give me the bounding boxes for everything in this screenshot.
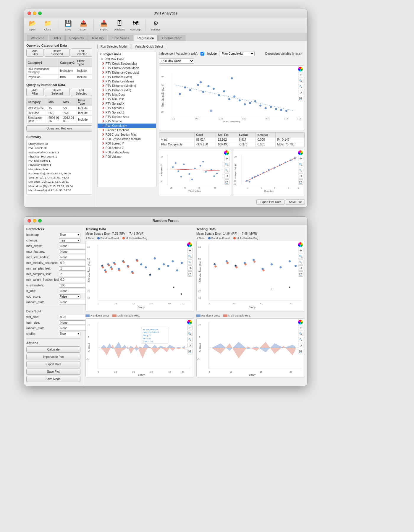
tree-item[interactable]: X PTV Min Dose — [98, 97, 156, 101]
train-res-crosshair-icon[interactable]: ✛ — [187, 325, 193, 330]
fitted-zoom-icon[interactable]: 🔍 — [224, 162, 229, 167]
num-delete-btn[interactable]: Delete Selected — [45, 88, 69, 96]
export-button[interactable]: 📤 Export — [78, 19, 89, 31]
tab-welcome[interactable]: Welcome — [27, 35, 48, 41]
dep-select[interactable]: ROI Max Dose — [159, 59, 194, 64]
training-save-icon[interactable]: 💾 — [187, 271, 193, 277]
tree-item[interactable]: X PTV Distance (Min) — [98, 88, 156, 93]
action-btn[interactable]: Save Plot — [26, 369, 80, 375]
minimize-button[interactable] — [33, 12, 36, 15]
save-plot-btn[interactable]: Save Plot — [286, 199, 305, 205]
tree-item[interactable]: X PTV Distance (Centroids) — [98, 70, 156, 75]
table-row[interactable]: ROI Institutional CategorybrainstemInclu… — [27, 67, 92, 75]
tree-item[interactable]: X PTV Cross-Section Max — [98, 61, 156, 66]
testing-zoom-out-icon[interactable]: 🔍 — [298, 259, 303, 265]
train-res-save-icon[interactable]: 💾 — [187, 349, 193, 354]
tree-item[interactable]: X PTV Spread Z — [98, 110, 156, 115]
save-button[interactable]: 💾 Save — [63, 19, 73, 31]
train-res-zoom-out-icon[interactable]: 🔍 — [187, 337, 193, 342]
zoom-in-icon[interactable]: 🔍 — [298, 78, 303, 83]
close-toolbar-button[interactable]: 📁 Close — [42, 19, 53, 31]
fitted-crosshair-icon[interactable]: ✛ — [224, 156, 229, 161]
test-res-rotate-icon[interactable]: ↺ — [298, 343, 303, 348]
cat-add-filter-btn[interactable]: Add Filter — [26, 48, 43, 57]
tab-controlchart[interactable]: Control Chart — [158, 35, 185, 41]
table-row[interactable]: Simulation Date2006-01-262012-01-01Inclu… — [27, 116, 92, 124]
tree-item[interactable]: X Planned Fractions — [98, 128, 156, 132]
tree-item[interactable]: X PTV Distance (Max) — [98, 75, 156, 79]
open-button[interactable]: 📂 Open — [27, 19, 38, 31]
rf-minimize-button[interactable] — [33, 219, 36, 223]
train-res-zoom-icon[interactable]: 🔍 — [187, 331, 193, 336]
train-res-color-wheel[interactable] — [187, 320, 192, 325]
testing-zoom-icon[interactable]: 🔍 — [298, 254, 303, 259]
table-row[interactable]: ROI Volume1550Include — [27, 106, 92, 111]
tree-item[interactable]: X Plan Complexity — [98, 124, 156, 128]
tree-item[interactable]: X PTV Cross-Section Media — [98, 66, 156, 70]
tab-timeseries[interactable]: Time Series — [108, 35, 133, 41]
split-select[interactable]: True▼ — [59, 332, 80, 336]
indep-select[interactable]: Plan Complexity — [219, 51, 255, 56]
qq-save-icon[interactable]: 💾 — [298, 179, 303, 185]
color-wheel-icon[interactable] — [298, 67, 303, 72]
maximize-button[interactable] — [38, 12, 42, 15]
training-crosshair-icon[interactable]: ✛ — [187, 248, 193, 253]
export-plot-data-btn[interactable]: Export Plot Data — [256, 199, 284, 205]
rf-close-button[interactable] — [28, 219, 31, 223]
fitted-rotate-icon[interactable]: ↺ — [224, 173, 229, 179]
zoom-out-icon[interactable]: 🔍 — [298, 84, 303, 89]
tree-item[interactable]: X ROI Cross-Section Max — [98, 132, 156, 137]
tree-item[interactable]: X ROI Volume — [98, 155, 156, 159]
test-res-color-wheel[interactable] — [298, 320, 303, 325]
tree-item[interactable]: X ROI Spread Z — [98, 146, 156, 150]
import-button[interactable]: 📥 Import — [98, 19, 109, 31]
num-edit-btn[interactable]: Edit Selected — [71, 88, 92, 96]
table-row[interactable]: PhysicianBBMInclude — [27, 75, 92, 80]
cat-edit-btn[interactable]: Edit Selected — [71, 48, 92, 57]
tree-item[interactable]: X PTV Distance (Median) — [98, 84, 156, 88]
save-icon[interactable]: 💾 — [298, 96, 303, 101]
cat-delete-btn[interactable]: Delete Selected — [45, 48, 69, 57]
test-res-save-icon[interactable]: 💾 — [298, 349, 303, 354]
testing-save-icon[interactable]: 💾 — [298, 271, 303, 277]
close-button[interactable] — [28, 12, 31, 15]
qq-color-wheel[interactable] — [298, 150, 303, 155]
training-rotate-icon[interactable]: ↺ — [187, 265, 193, 271]
action-btn[interactable]: Importance Plot — [26, 354, 80, 360]
tree-item[interactable]: X ROI Surface Area — [98, 150, 156, 155]
qq-crosshair-icon[interactable]: ✛ — [298, 156, 303, 161]
database-button[interactable]: 🗄 Database — [114, 19, 125, 31]
action-btn[interactable]: Save Model — [26, 376, 80, 382]
table-row[interactable]: Rx Dose56.076.0Include — [27, 111, 92, 116]
tab-radbio[interactable]: Rad Bio — [88, 35, 107, 41]
param-select[interactable]: mse▼ — [59, 238, 80, 243]
param-select[interactable]: True▼ — [59, 233, 80, 237]
settings-button[interactable]: ⚙ Settings — [151, 19, 161, 31]
tree-item[interactable]: X PTV Max Dose — [98, 93, 156, 97]
tree-item[interactable]: X PTV Spread Y — [98, 106, 156, 110]
training-zoom-out-icon[interactable]: 🔍 — [187, 259, 193, 265]
tree-item[interactable]: X ROI Cross-Section Median — [98, 137, 156, 141]
action-btn[interactable]: Export Data — [26, 361, 80, 367]
tab-regression[interactable]: Regression — [134, 35, 158, 41]
test-res-zoom-icon[interactable]: 🔍 — [298, 331, 303, 336]
rf-maximize-button[interactable] — [38, 219, 42, 223]
tree-root-item[interactable]: ▼ ROI Max Dose — [98, 57, 156, 61]
tab-endpoints[interactable]: Endpoints — [65, 35, 88, 41]
test-res-zoom-out-icon[interactable]: 🔍 — [298, 337, 303, 342]
tree-item[interactable]: X PTV Distance (Mean) — [98, 79, 156, 84]
qq-rotate-icon[interactable]: ↺ — [298, 173, 303, 179]
quick-select-btn[interactable]: Variable Quick Select — [132, 44, 166, 49]
tree-item[interactable]: X PTV Surface Area — [98, 115, 156, 119]
test-res-crosshair-icon[interactable]: ✛ — [298, 325, 303, 330]
action-btn[interactable]: Calculate — [26, 346, 80, 353]
fitted-zoom-out-icon[interactable]: 🔍 — [224, 168, 229, 173]
testing-crosshair-icon[interactable]: ✛ — [298, 248, 303, 253]
fitted-save-icon[interactable]: 💾 — [224, 179, 229, 185]
train-res-rotate-icon[interactable]: ↺ — [187, 343, 193, 348]
include-checkbox[interactable] — [200, 52, 204, 56]
query-retrieve-btn[interactable]: Query and Retrieve — [26, 125, 92, 132]
qq-zoom-icon[interactable]: 🔍 — [298, 162, 303, 167]
tree-item[interactable]: X PTV Spread X — [98, 101, 156, 106]
rotate-icon[interactable]: ↺ — [298, 90, 303, 95]
